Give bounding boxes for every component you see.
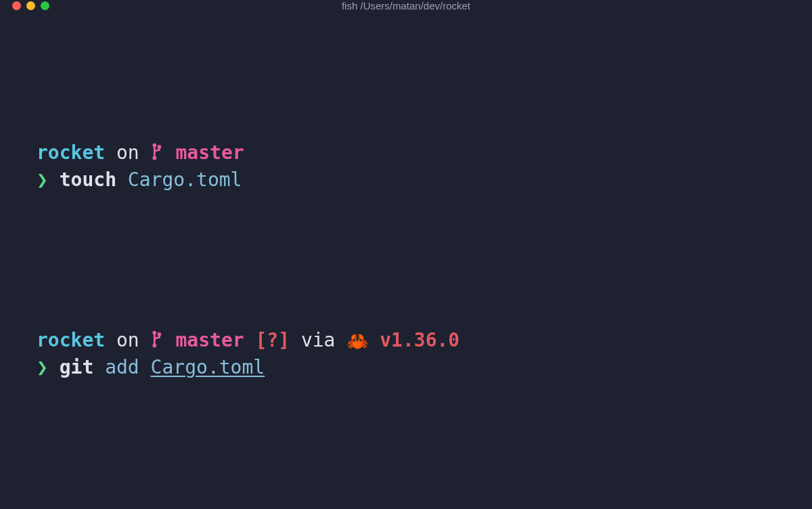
terminal-window: fish /Users/matan/dev/rocket rocket on m…	[0, 0, 812, 509]
command-arg: Cargo.toml	[116, 169, 242, 191]
svg-point-2	[157, 145, 161, 149]
window-title: fish /Users/matan/dev/rocket	[12, 0, 800, 12]
prompt-via: via	[290, 329, 346, 351]
command-sub: add	[93, 356, 150, 378]
svg-point-4	[152, 343, 156, 347]
command-arg: Cargo.toml	[151, 356, 265, 378]
git-branch-icon	[151, 329, 176, 351]
rust-version: v1.36.0	[368, 329, 459, 351]
prompt-dir: rocket	[37, 329, 105, 351]
svg-point-0	[152, 143, 156, 148]
git-branch-icon	[151, 141, 176, 164]
prompt-on: on	[105, 141, 150, 164]
maximize-button[interactable]	[41, 1, 49, 10]
crab-icon: 🦀	[346, 329, 368, 354]
titlebar: fish /Users/matan/dev/rocket	[0, 0, 812, 12]
command: git	[60, 356, 94, 378]
terminal-content[interactable]: rocket on master ❯ touch Cargo.toml rock…	[0, 12, 812, 509]
command: touch	[60, 169, 116, 191]
minimize-button[interactable]	[26, 1, 35, 10]
prompt-on: on	[105, 329, 150, 351]
command-block: rocket on master [?] via 🦀 v1.36.0 ❯ git…	[37, 327, 775, 381]
svg-point-5	[157, 332, 161, 336]
traffic-lights	[12, 1, 49, 10]
close-button[interactable]	[12, 1, 21, 10]
prompt-arrow: ❯	[37, 169, 48, 191]
prompt-branch: master	[175, 329, 244, 351]
prompt-branch: master	[175, 141, 244, 164]
prompt-dir: rocket	[37, 141, 105, 164]
git-status: [?]	[244, 329, 290, 351]
prompt-arrow: ❯	[37, 356, 48, 378]
command-block: rocket on master ❯ touch Cargo.toml	[37, 139, 775, 194]
svg-point-1	[152, 156, 156, 160]
svg-point-3	[152, 330, 156, 334]
